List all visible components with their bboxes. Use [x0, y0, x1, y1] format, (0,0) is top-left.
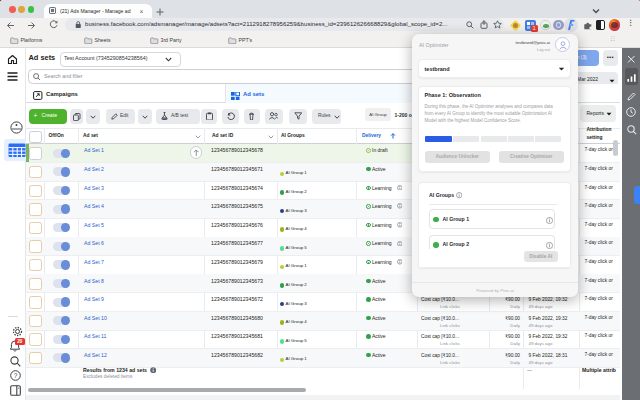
svg-text:?: ?	[14, 372, 18, 379]
